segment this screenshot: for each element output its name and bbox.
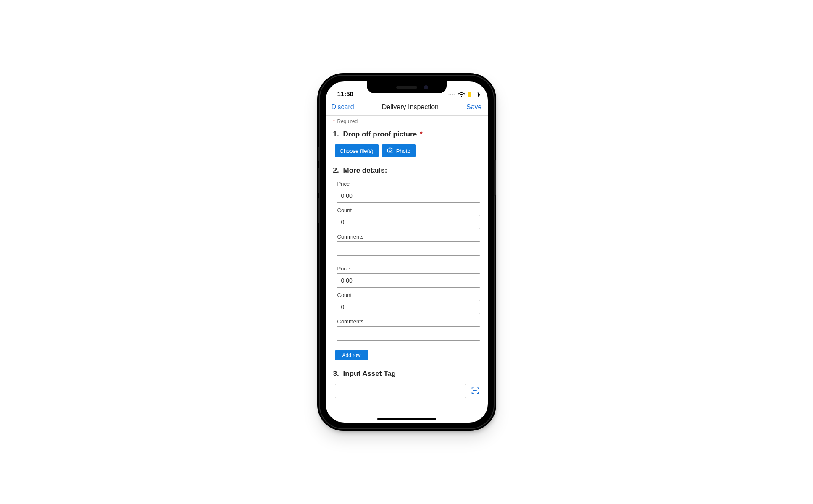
question-2-title: More details: [343,166,387,175]
navbar: Discard Delivery Inspection Save [326,98,488,116]
add-row-button[interactable]: Add row [335,350,368,360]
question-1-title: Drop off proof picture [343,130,417,138]
scrollbar-track[interactable] [486,118,486,420]
count-label: Count [337,207,480,213]
signal-dots-icon: •••• [448,93,455,97]
take-photo-label: Photo [396,148,410,154]
price-input[interactable] [337,273,480,288]
phone-notch [367,81,447,93]
choose-files-button[interactable]: Choose file(s) [335,144,379,157]
count-input[interactable] [337,300,480,314]
wifi-icon [458,92,465,97]
price-label: Price [337,181,480,187]
asset-tag-input[interactable] [335,384,466,398]
svg-point-0 [461,96,462,97]
phone-screen: 11:50 •••• Discard Delivery Inspection [326,81,488,423]
battery-icon [468,92,479,97]
price-input[interactable] [337,189,480,203]
question-3-title: Input Asset Tag [343,370,396,378]
page-title: Delivery Inspection [382,103,439,111]
details-row: Price Count Comments [333,265,480,346]
details-row: Price Count Comments [333,181,480,261]
status-time: 11:50 [337,90,353,97]
required-asterisk: * [333,118,335,124]
question-3-number: 3. [333,370,340,378]
required-note: * Required [333,118,480,124]
phone-frame: 11:50 •••• Discard Delivery Inspection [320,76,494,428]
form-content: * Required 1. Drop off proof picture * C… [326,116,488,423]
count-input[interactable] [337,215,480,229]
save-button[interactable]: Save [466,103,481,111]
question-1-required-asterisk: * [420,130,423,138]
comments-input[interactable] [337,242,480,256]
discard-button[interactable]: Discard [332,103,354,111]
price-label: Price [337,265,480,272]
camera-icon [387,147,394,154]
required-text: Required [337,118,358,124]
comments-label: Comments [337,234,480,240]
question-2: 2. More details: Price Count Comments Pr… [333,166,480,360]
comments-label: Comments [337,318,480,325]
question-3: 3. Input Asset Tag [333,370,480,398]
question-1-number: 1. [333,130,340,139]
choose-files-label: Choose file(s) [340,148,374,154]
count-label: Count [337,292,480,298]
barcode-icon [471,386,479,396]
home-indicator[interactable] [377,418,436,420]
take-photo-button[interactable]: Photo [382,144,416,157]
svg-point-2 [389,150,391,152]
svg-rect-1 [387,149,393,152]
question-2-number: 2. [333,166,340,175]
barcode-scan-button[interactable] [470,386,480,396]
comments-input[interactable] [337,326,480,341]
question-1: 1. Drop off proof picture * Choose file(… [333,130,480,157]
